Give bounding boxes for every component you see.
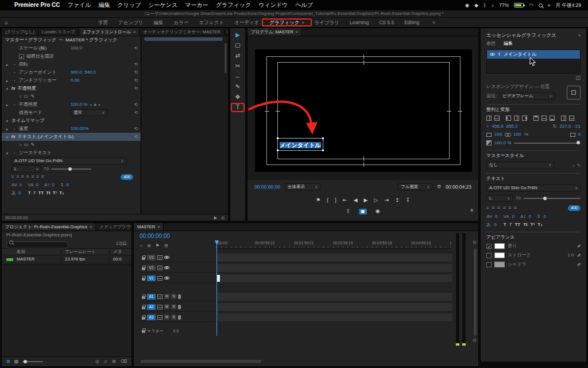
justify-left-icon[interactable]: ≡ [26, 175, 29, 179]
baseline-shift-value[interactable]: 0 [528, 214, 531, 219]
faux-bold-button[interactable]: T [28, 191, 31, 195]
all-caps-button[interactable]: TT [38, 191, 44, 195]
baseline-shift-value[interactable]: 0 [52, 183, 54, 187]
blend-mode-row[interactable]: 描画モード 通常∨ ⟲ [2, 109, 141, 117]
justify-center-icon[interactable]: ≡ [509, 206, 512, 210]
source-text-row[interactable]: ▾ ◔ ソーステキスト [2, 149, 141, 157]
razor-tool[interactable]: ✂ [233, 63, 242, 69]
twirl-icon[interactable]: ▸ [5, 79, 9, 83]
menu-sequence[interactable]: シーケンス [148, 2, 177, 8]
workspace-editing-en[interactable]: Editing [399, 20, 424, 25]
kerning-value[interactable]: 0 [495, 214, 497, 219]
voiceover-mic-icon[interactable] [178, 305, 181, 309]
workspace-editing[interactable]: 編集 [149, 20, 169, 25]
play-button[interactable]: ▶ [364, 198, 368, 203]
stroke-color-swatch[interactable] [494, 252, 505, 258]
fill-checkbox[interactable]: ✓ [486, 244, 492, 249]
tab-program-monitor[interactable]: プログラム: MASTER ≡ [247, 28, 302, 36]
align-center-icon[interactable]: ≡ [492, 206, 495, 210]
menu-window[interactable]: ウィンドウ [258, 2, 288, 8]
menu-marker[interactable]: マーカー [185, 2, 208, 8]
sync-lock-icon[interactable] [157, 315, 163, 320]
sync-lock-icon[interactable] [157, 266, 163, 270]
reset-icon[interactable]: ⟲ [134, 135, 138, 139]
add-keyframe-icon[interactable]: ◆ [94, 103, 96, 106]
graphic-clip[interactable] [217, 275, 220, 282]
edit-style-icon[interactable]: ✎ [577, 163, 581, 167]
font-size-value[interactable]: 70 [516, 196, 521, 201]
layer-visibility-eye-icon[interactable] [490, 53, 495, 56]
shadow-color-swatch[interactable] [494, 262, 505, 267]
stopwatch-icon[interactable]: ◔ [11, 79, 17, 83]
play-button[interactable]: ▶ [214, 216, 217, 220]
reset-icon[interactable]: ⟲ [134, 126, 138, 131]
workspace-learning-en[interactable]: Learning [345, 20, 374, 25]
next-keyframe-icon[interactable]: ▸ [99, 103, 100, 106]
solo-button[interactable]: S [171, 315, 176, 320]
follow-select[interactable]: ビデオフレーム∨ [500, 93, 555, 99]
layer-row-main-title[interactable]: T メインタイトル [487, 50, 580, 59]
lift-icon[interactable]: ↥ [395, 198, 400, 203]
wifi-icon[interactable]: ◠ [529, 3, 533, 8]
shadow-checkbox[interactable] [486, 262, 492, 267]
tab-media-browser[interactable]: メディアブラウザー [96, 223, 131, 231]
pen-mask-icon[interactable]: ✎ [30, 143, 34, 147]
align-right-icon[interactable]: ≡ [21, 175, 24, 179]
go-to-in-icon[interactable]: ⇤ [343, 198, 347, 203]
workspace-libraries[interactable]: ライブラリ [310, 20, 345, 25]
mark-in-icon[interactable]: { [327, 198, 328, 203]
delete-icon[interactable]: ⌫ [121, 359, 127, 364]
track-target-v3[interactable]: V3 [147, 255, 156, 260]
timeline-vscrollbar[interactable] [474, 248, 477, 336]
menu-edit[interactable]: 編集 [98, 2, 110, 8]
font-size-value[interactable]: 70 [44, 167, 49, 171]
scale-width-value[interactable]: 100.0 [71, 46, 82, 51]
sync-lock-icon[interactable] [157, 305, 163, 309]
tab-lumetri-scopes[interactable]: Lumetri スコープ [38, 28, 79, 36]
project-list-well[interactable] [2, 264, 131, 356]
solo-button[interactable]: S [171, 294, 176, 299]
rect-mask-icon[interactable]: ▭ [24, 94, 29, 99]
program-timecode[interactable]: 00:00:00:00 [254, 185, 280, 190]
voiceover-mic-icon[interactable] [178, 315, 181, 320]
new-item-icon[interactable]: ⊞ [112, 359, 116, 364]
fx-badge-icon[interactable]: fx [11, 135, 16, 139]
comparison-view-icon[interactable]: ▣ [359, 209, 367, 214]
distribute-v-icon[interactable] [569, 116, 574, 121]
master-level-value[interactable]: 0.0 [173, 329, 179, 333]
track-target-a1[interactable]: A1 [147, 294, 156, 300]
font-size-slider[interactable] [524, 198, 581, 199]
twirl-icon[interactable]: ▸ [5, 63, 9, 67]
opacity-slider[interactable] [514, 143, 581, 144]
track-target-a3[interactable]: A3 [147, 315, 156, 320]
playhead[interactable] [216, 240, 217, 336]
aspect-lock-row[interactable]: ✓ 縦横比を固定 [2, 52, 141, 60]
scale-y-value[interactable]: 100 [513, 132, 521, 137]
reset-icon[interactable]: ⟲ [134, 86, 138, 91]
faux-bold-button[interactable]: T [504, 223, 506, 227]
slip-tool[interactable]: ↔ [233, 74, 242, 79]
workspace-cs55[interactable]: CS 5.5 [374, 20, 399, 25]
export-icon[interactable]: ⇪ [346, 209, 351, 214]
track-v3-lane[interactable] [216, 253, 453, 262]
anchor-y-value[interactable]: 540.0 [84, 70, 96, 75]
eyedropper-icon[interactable]: ✎ [577, 254, 581, 258]
selection-tool[interactable]: ▶ [233, 32, 242, 38]
sync-lock-icon[interactable] [157, 276, 163, 281]
font-size-slider[interactable] [51, 168, 91, 170]
marker-icon[interactable]: ⚑ [155, 244, 159, 248]
position-y-value[interactable]: 855.2 [506, 124, 518, 129]
font-style-select[interactable]: L∨ [11, 166, 41, 172]
new-layer-button[interactable]: ◫ [575, 75, 581, 80]
reset-icon[interactable]: ⟲ [134, 70, 138, 75]
panel-menu-icon[interactable]: ≡ [296, 30, 298, 34]
tracking-value[interactable]: 0 [512, 214, 514, 219]
text-effect-row[interactable]: ▾ fx テキスト (メインタイトル) ⟲ [2, 133, 141, 141]
tsume-value[interactable]: 0 [494, 223, 496, 227]
timeline-ruler[interactable]: :00:00 00:00:59:22 00:01:59:21 00:02:59:… [216, 240, 451, 249]
sync-lock-icon[interactable] [157, 294, 163, 299]
time-remap-section-row[interactable]: ▾ タイムリマップ [2, 117, 141, 125]
antiflicker-row[interactable]: ▸ ◔ アンチフリッカー 0.00 ⟲ [2, 76, 141, 85]
tab-audio-clip-mixer[interactable]: オーディオクリップミキサー: MASTER [140, 28, 225, 36]
tab-edit[interactable]: 編集 [504, 41, 513, 46]
